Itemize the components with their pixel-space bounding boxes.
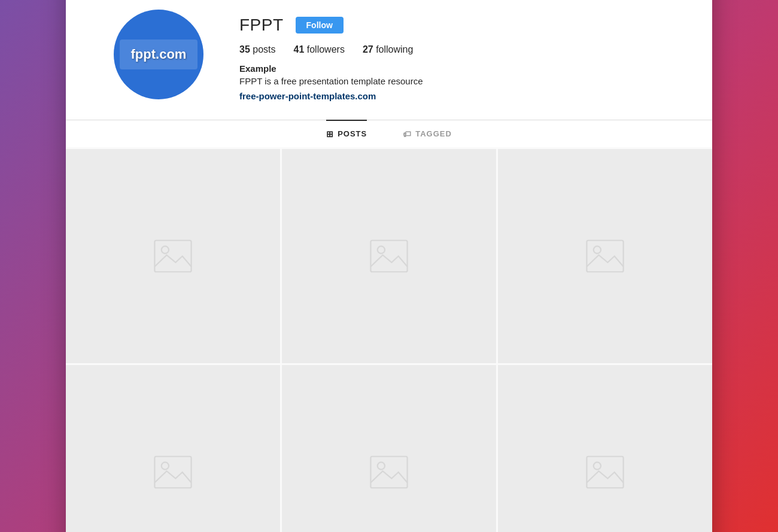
profile-display-name: Example: [239, 63, 664, 74]
profile-username: FPPT: [239, 16, 284, 35]
svg-rect-11: [370, 456, 407, 488]
svg-rect-3: [154, 240, 191, 272]
grid-item-4[interactable]: [66, 365, 280, 533]
followers-label: followers: [307, 44, 345, 54]
svg-rect-13: [586, 456, 623, 488]
browser-window: Instagram 🔍 Log In Sign Up fppt.com FPPT…: [66, 0, 712, 532]
following-stat: 27 following: [363, 44, 414, 55]
profile-website[interactable]: free-power-point-templates.com: [239, 91, 376, 101]
svg-point-6: [378, 246, 385, 253]
placeholder-image-6: [584, 451, 626, 493]
grid-item-5[interactable]: [282, 365, 496, 533]
placeholder-image-5: [368, 451, 410, 493]
svg-point-8: [594, 246, 601, 253]
tab-tagged[interactable]: 🏷 TAGGED: [403, 120, 452, 147]
posts-tab-icon: ⊞: [326, 129, 334, 139]
following-count: 27: [363, 44, 373, 54]
tab-posts[interactable]: ⊞ POSTS: [326, 120, 367, 147]
svg-rect-5: [370, 240, 407, 272]
profile-section: fppt.com FPPT Follow 35 posts 41 followe…: [66, 0, 712, 120]
svg-point-10: [162, 462, 169, 469]
grid-item-6[interactable]: [498, 365, 712, 533]
placeholder-image-2: [368, 235, 410, 277]
svg-point-14: [594, 462, 601, 469]
placeholder-image-3: [584, 235, 626, 277]
followers-stat: 41 followers: [294, 44, 345, 55]
avatar: fppt.com: [114, 10, 203, 99]
grid-item-1[interactable]: [66, 149, 280, 363]
followers-count: 41: [294, 44, 305, 54]
posts-count: 35: [239, 44, 250, 54]
grid-item-2[interactable]: [282, 149, 496, 363]
grid-item-3[interactable]: [498, 149, 712, 363]
posts-label: posts: [253, 44, 275, 54]
svg-point-4: [162, 246, 169, 253]
profile-bio: FPPT is a free presentation template res…: [239, 76, 664, 86]
svg-rect-7: [586, 240, 623, 272]
tagged-tab-icon: 🏷: [403, 129, 412, 139]
svg-point-12: [378, 462, 385, 469]
tab-posts-label: POSTS: [338, 129, 367, 138]
avatar-inner: fppt.com: [120, 39, 197, 69]
tabs-bar: ⊞ POSTS 🏷 TAGGED: [66, 120, 712, 147]
placeholder-image-4: [152, 451, 194, 493]
profile-stats: 35 posts 41 followers 27 following: [239, 44, 664, 55]
tab-tagged-label: TAGGED: [415, 129, 452, 138]
following-label: following: [376, 44, 413, 54]
avatar-wrap: fppt.com: [114, 10, 203, 99]
profile-info: FPPT Follow 35 posts 41 followers 27 fol…: [239, 10, 664, 102]
avatar-text: fppt.com: [131, 47, 187, 62]
follow-button[interactable]: Follow: [296, 17, 344, 34]
posts-grid: [66, 147, 712, 533]
placeholder-image-1: [152, 235, 194, 277]
posts-stat: 35 posts: [239, 44, 276, 55]
profile-top-row: FPPT Follow: [239, 16, 664, 35]
svg-rect-9: [154, 456, 191, 488]
